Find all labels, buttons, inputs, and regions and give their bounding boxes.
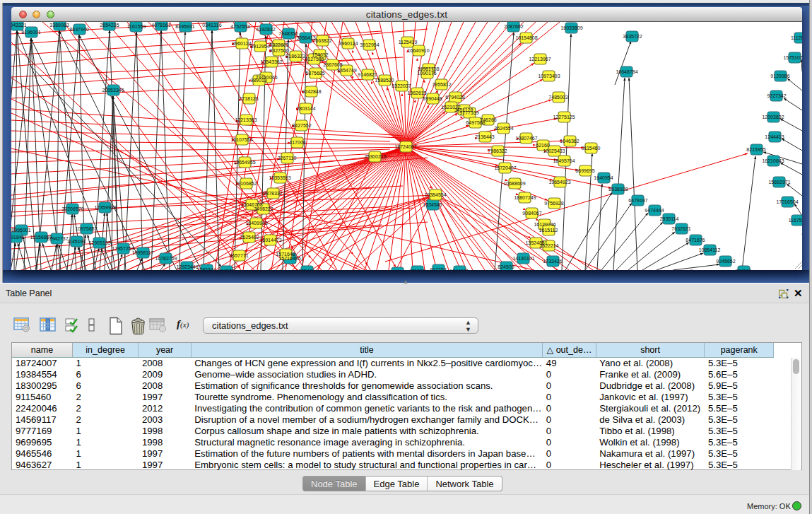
svg-text:62160: 62160 [536,143,550,148]
svg-text:17957253: 17957253 [112,246,134,251]
svg-text:12093832: 12093832 [762,115,784,119]
svg-text:10654112: 10654112 [699,247,721,252]
svg-text:1534545: 1534545 [423,202,442,207]
svg-text:1244413: 1244413 [765,134,784,139]
svg-text:1571648: 1571648 [276,252,295,257]
svg-text:1640954: 1640954 [594,175,613,180]
svg-text:16409948: 16409948 [245,221,267,226]
svg-text:8471676: 8471676 [686,238,705,243]
svg-text:9878332: 9878332 [263,191,282,196]
svg-text:1588520: 1588520 [375,78,394,83]
svg-text:16033809: 16033809 [560,25,582,30]
svg-text:7632621: 7632621 [671,226,690,231]
svg-text:18807249: 18807249 [514,195,536,200]
svg-text:6699695: 6699695 [575,168,594,173]
svg-text:4752553: 4752553 [230,24,249,29]
svg-text:3835722: 3835722 [623,34,642,39]
svg-text:12905135: 12905135 [88,240,110,245]
svg-text:2367608: 2367608 [323,62,342,67]
svg-text:2654235: 2654235 [100,23,119,28]
svg-text:904521: 904521 [218,269,234,270]
svg-text:8215955: 8215955 [746,147,765,152]
svg-text:1112843: 1112843 [791,35,802,40]
svg-text:1161559: 1161559 [127,24,146,29]
svg-text:8196001: 8196001 [21,30,40,35]
svg-text:17359938: 17359938 [94,205,116,210]
svg-text:917753: 917753 [430,267,446,270]
svg-text:7955812: 7955812 [432,82,451,87]
svg-text:15353593: 15353593 [269,175,290,180]
svg-text:12275125: 12275125 [553,115,575,119]
svg-text:0341316: 0341316 [202,23,221,28]
svg-text:10154808: 10154808 [515,35,537,40]
svg-text:28053346: 28053346 [102,88,124,93]
svg-text:9657771: 9657771 [229,253,248,258]
svg-text:16648784: 16648784 [616,69,637,74]
svg-text:18495764: 18495764 [553,158,575,163]
svg-text:9474444: 9474444 [645,208,664,213]
svg-text:7986322: 7986322 [488,148,507,153]
svg-text:9227342: 9227342 [767,93,786,98]
svg-text:989013: 989013 [250,78,266,83]
svg-text:16782759: 16782759 [155,256,177,261]
svg-text:824509: 824509 [498,264,514,269]
svg-text:9245652: 9245652 [716,259,735,264]
svg-text:4078161: 4078161 [151,23,170,28]
svg-text:3960124: 3960124 [232,41,251,46]
svg-text:19106852: 19106852 [235,181,257,186]
svg-text:2718126: 2718126 [239,96,258,101]
svg-text:2087662: 2087662 [504,24,523,29]
svg-text:9756928: 9756928 [544,201,563,206]
svg-text:18724007: 18724007 [394,144,416,149]
svg-text:20206570: 20206570 [61,206,83,211]
svg-text:8322037: 8322037 [392,83,411,88]
svg-text:3960124: 3960124 [339,41,358,46]
svg-text:3498222: 3498222 [254,206,273,211]
svg-text:19654923: 19654923 [548,180,570,185]
svg-text:2803144: 2803144 [296,106,315,111]
svg-text:8912954: 8912954 [250,44,269,49]
svg-text:14130141: 14130141 [512,256,534,261]
svg-text:417006: 417006 [289,140,305,145]
svg-text:1244091: 1244091 [449,269,469,270]
svg-text:9127505: 9127505 [305,57,324,62]
svg-text:9084067: 9084067 [522,211,541,216]
svg-text:3267110: 3267110 [278,156,297,160]
svg-text:471002: 471002 [408,269,425,270]
svg-text:8995001: 8995001 [11,228,30,233]
svg-text:8427552: 8427552 [292,123,311,128]
svg-text:15720407: 15720407 [494,165,516,170]
svg-text:10958117: 10958117 [132,250,154,255]
svg-text:7485003: 7485003 [548,95,567,100]
svg-text:9242848: 9242848 [302,89,321,94]
svg-text:1167533: 1167533 [789,218,802,223]
svg-text:9146821: 9146821 [358,72,377,77]
svg-text:8637940: 8637940 [69,27,88,32]
svg-text:17016504: 17016504 [776,199,798,204]
svg-text:16107554: 16107554 [230,137,252,142]
svg-text:2522214: 2522214 [539,243,558,248]
svg-text:8495931: 8495931 [175,24,194,29]
svg-text:16120746: 16120746 [534,222,555,227]
svg-text:5875685: 5875685 [305,71,324,76]
svg-text:10973493: 10973493 [538,74,560,78]
svg-text:12942737: 12942737 [46,236,68,241]
svg-text:16210643: 16210643 [762,158,784,163]
svg-text:9115460: 9115460 [582,146,601,151]
svg-text:835491: 835491 [298,269,314,270]
svg-text:1043321: 1043321 [11,23,27,28]
svg-text:1733426: 1733426 [543,259,562,264]
svg-text:19384554: 19384554 [424,192,446,197]
svg-text:10807467: 10807467 [515,136,537,141]
svg-text:9777169: 9777169 [459,110,478,115]
svg-text:10025433: 10025433 [543,148,565,153]
svg-text:10688609: 10688609 [503,181,525,186]
svg-text:3389083: 3389083 [49,23,69,28]
svg-text:1125419: 1125419 [399,40,418,45]
svg-text:6479197: 6479197 [628,198,647,203]
svg-text:1145194: 1145194 [67,239,86,244]
svg-text:391841: 391841 [11,235,25,240]
svg-text:9327500: 9327500 [269,48,288,53]
svg-text:19654955: 19654955 [233,160,255,165]
svg-text:7663822: 7663822 [312,38,331,43]
